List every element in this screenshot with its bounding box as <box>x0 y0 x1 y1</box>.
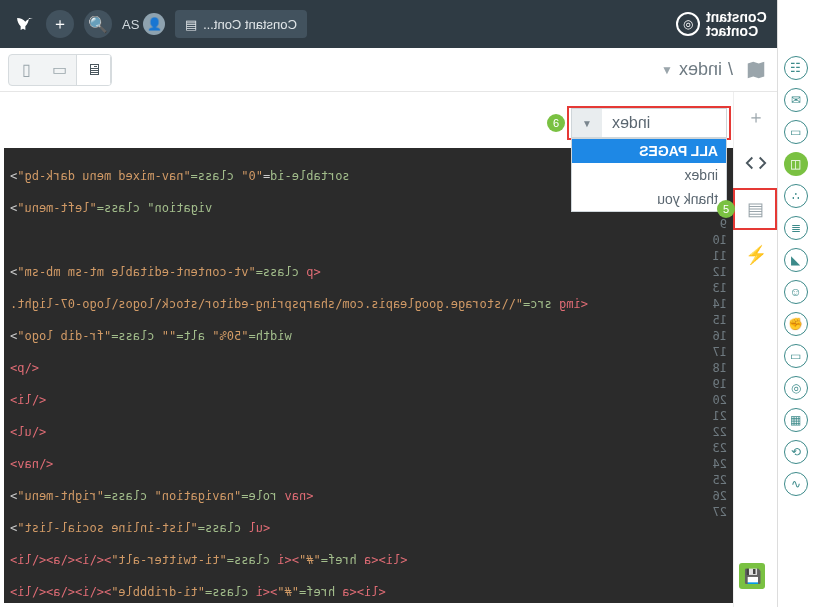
code-view-button[interactable] <box>741 148 771 178</box>
rail-analytics-icon[interactable]: ∿ <box>784 472 808 496</box>
breadcrumb-sep: \ <box>728 59 733 80</box>
tool-column: ＋ ▤ ⚡ <box>733 92 777 607</box>
code-lines[interactable]: sortable-id="0" class="nav-mixed menu da… <box>4 148 701 603</box>
brand: Constant Contact ◎ <box>676 10 767 38</box>
page-select-dropdown: ALL PAGES index thank you <box>571 138 727 212</box>
right-rail: ☷ ✉ ▭ ◫ ∴ ≣ ◣ ☺ ✊ ▭ ◎ ▦ ⟲ ∿ <box>777 0 813 607</box>
search-button[interactable]: 🔍 <box>84 10 112 38</box>
page-select[interactable]: index ▼ <box>571 108 727 138</box>
rocket-icon[interactable] <box>10 11 36 37</box>
device-mobile-button[interactable]: ▯ <box>9 55 43 85</box>
avatar-icon: 👤 <box>143 13 165 35</box>
brand-icon: ◎ <box>676 12 700 36</box>
open-tab[interactable]: Constant Cont... ▤ <box>175 10 307 38</box>
avatar-initials: AS <box>122 17 139 32</box>
rail-tv-icon[interactable]: ▭ <box>784 344 808 368</box>
document-button[interactable]: ▤ <box>741 194 771 224</box>
tab-doc-icon: ▤ <box>185 17 197 32</box>
device-preview-group: ▯ ▭ 🖥 <box>8 54 112 86</box>
rail-share-icon[interactable]: ∴ <box>784 184 808 208</box>
rail-announce-icon[interactable]: ◣ <box>784 248 808 272</box>
device-desktop-button[interactable]: 🖥 <box>77 55 111 85</box>
flash-button[interactable]: ⚡ <box>741 240 771 270</box>
dropdown-option[interactable]: index <box>572 163 726 187</box>
step-badge-6: 6 <box>547 114 565 132</box>
sitemap-icon[interactable] <box>743 57 769 83</box>
page-select-value: index <box>602 114 726 132</box>
rail-map-icon[interactable]: ◫ <box>784 152 808 176</box>
save-button[interactable]: 💾 <box>739 563 765 589</box>
user-avatar[interactable]: AS 👤 <box>122 13 165 35</box>
dropdown-option[interactable]: ALL PAGES <box>572 139 726 163</box>
code-editor[interactable]: 5678 9101112 13141516 17181920 21222324 … <box>4 148 733 603</box>
rail-calendar-icon[interactable]: ▦ <box>784 408 808 432</box>
chevron-down-icon: ▼ <box>661 63 673 77</box>
dropdown-option[interactable]: thank you <box>572 187 726 211</box>
device-tablet-button[interactable]: ▭ <box>43 55 77 85</box>
rail-sync-icon[interactable]: ⟲ <box>784 440 808 464</box>
secondary-bar: \ index ▼ ▯ ▭ 🖥 <box>0 48 777 92</box>
step-badge-5: 5 <box>717 200 735 218</box>
breadcrumb-page: index <box>679 59 722 80</box>
rail-list-icon[interactable]: ≣ <box>784 216 808 240</box>
rail-circle-icon[interactable]: ◎ <box>784 376 808 400</box>
rail-contacts-icon[interactable]: ☷ <box>784 56 808 80</box>
brand-text: Constant Contact <box>706 10 767 38</box>
topbar: ＋ 🔍 AS 👤 Constant Cont... ▤ Constant Con… <box>0 0 777 48</box>
add-section-button[interactable]: ＋ <box>741 102 771 132</box>
breadcrumb[interactable]: \ index ▼ <box>661 59 733 80</box>
add-button[interactable]: ＋ <box>46 10 74 38</box>
rail-mail-icon[interactable]: ✉ <box>784 88 808 112</box>
rail-chat-icon[interactable]: ☺ <box>784 280 808 304</box>
page-select-caret-icon: ▼ <box>572 109 602 137</box>
rail-thumb-icon[interactable]: ✊ <box>784 312 808 336</box>
rail-clipboard-icon[interactable]: ▭ <box>784 120 808 144</box>
tab-label: Constant Cont... <box>203 17 297 32</box>
